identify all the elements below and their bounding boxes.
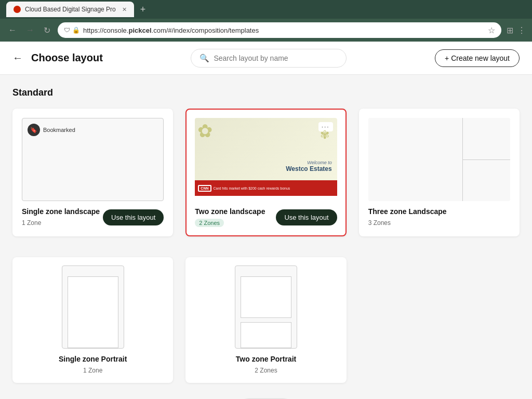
layout-info-single: Single zone landscape 1 Zone Use this la… (22, 207, 164, 227)
layout-info-two: Two zone landscape 2 Zones Use this layo… (195, 207, 337, 227)
zones-text-three: 3 Zones (368, 219, 391, 227)
layout-card-three-landscape: Three zone Landscape 3 Zones (359, 109, 520, 236)
back-button[interactable]: ← (12, 52, 23, 64)
extensions-icon[interactable]: ⊞ (507, 25, 513, 35)
layout-info-three: Three zone Landscape 3 Zones (368, 207, 510, 227)
bookmarked-text: Bookmarked (43, 127, 75, 133)
news-ticker-text: Card hits market with $200 cash rewards … (214, 187, 290, 190)
layout-card-single-landscape: 🔖 Bookmarked Single zone landscape 1 Zon… (12, 109, 173, 236)
three-zone-right-top (463, 118, 510, 160)
portrait-layouts-row: Single zone Portrait 1 Zone Two zone Por… (12, 257, 520, 383)
zones-text-single: 1 Zone (22, 219, 41, 227)
menu-icon[interactable]: ⋮ (517, 25, 526, 35)
forward-nav-button[interactable]: → (24, 23, 36, 37)
layout-preview-single: 🔖 Bookmarked (22, 118, 164, 201)
main-content: Standard 🔖 Bookmarked Single zone landsc… (0, 75, 532, 399)
layout-preview-two: ··· ✿ ✾ Welcome to Westco Estates CNN C (195, 118, 337, 201)
tab-favicon (14, 6, 21, 13)
search-bar-wrapper: 🔍 (111, 49, 427, 68)
search-icon: 🔍 (200, 54, 209, 63)
refresh-nav-button[interactable]: ↻ (42, 23, 52, 37)
search-input-wrapper[interactable]: 🔍 (191, 49, 347, 68)
layout-card-two-landscape: ··· ✿ ✾ Welcome to Westco Estates CNN C (185, 109, 346, 236)
back-nav-button[interactable]: ← (6, 23, 19, 37)
bookmark-star-icon[interactable]: ☆ (488, 25, 495, 35)
search-input[interactable] (214, 54, 338, 62)
three-zone-right (463, 118, 510, 201)
three-zone-right-bottom (463, 160, 510, 202)
portrait-placeholder (359, 257, 520, 383)
cnn-logo: CNN (198, 185, 211, 192)
portrait-zone-top (241, 276, 291, 318)
portrait-preview-two (235, 265, 297, 349)
security-icons: 🛡 🔒 (64, 26, 80, 34)
section-title: Standard (12, 87, 520, 98)
tab-close-icon[interactable]: ✕ (122, 6, 127, 13)
two-zone-top: ··· ✿ ✾ Welcome to Westco Estates (195, 118, 337, 180)
two-zone-bottom: CNN Card hits market with $200 cash rewa… (195, 180, 337, 196)
shield-icon: 🛡 (64, 26, 70, 34)
portrait-name-single: Single zone Portrait (21, 355, 165, 363)
welcome-to-text: Welcome to (286, 160, 331, 165)
tab-title: Cloud Based Digital Signage Pro (25, 6, 116, 13)
landscape-layouts-grid: 🔖 Bookmarked Single zone landscape 1 Zon… (12, 109, 520, 236)
lock-icon: 🔒 (72, 26, 80, 34)
portrait-name-two: Two zone Portrait (194, 355, 338, 363)
portrait-preview-inner-single (68, 276, 118, 348)
westco-estates-text: Westco Estates (286, 165, 331, 172)
layout-text-three: Three zone Landscape 3 Zones (368, 207, 447, 227)
layout-preview-three (368, 118, 510, 201)
use-layout-button-two[interactable]: Use this layout (276, 209, 337, 225)
address-bar: ← → ↻ 🛡 🔒 https://console.pickcel.com/#/… (0, 19, 532, 42)
portrait-zones-two: 2 Zones (255, 367, 277, 374)
layout-text-two: Two zone landscape 2 Zones (195, 207, 265, 227)
browser-tab[interactable]: Cloud Based Digital Signage Pro ✕ (6, 2, 134, 17)
bookmark-icon: 🔖 (28, 124, 40, 136)
welcome-text-block: Welcome to Westco Estates (286, 160, 331, 172)
portrait-card-single: Single zone Portrait 1 Zone (12, 257, 173, 383)
top-bar: ← Choose layout 🔍 + Create new layout (0, 42, 532, 75)
portrait-zones-single: 1 Zone (83, 367, 102, 374)
url-text: https://console.pickcel.com/#/index/comp… (83, 26, 485, 34)
new-tab-button[interactable]: + (140, 4, 146, 15)
portrait-zone-bottom (241, 322, 291, 348)
layout-name-three: Three zone Landscape (368, 207, 447, 216)
flower-decoration-2: ✾ (320, 128, 329, 142)
flower-decoration-1: ✿ (197, 121, 212, 141)
url-bar[interactable]: 🛡 🔒 https://console.pickcel.com/#/index/… (58, 22, 501, 38)
bookmarked-label-wrapper: 🔖 Bookmarked (28, 124, 75, 136)
app-content: ← Choose layout 🔍 + Create new layout St… (0, 42, 532, 399)
page-title: Choose layout (31, 52, 103, 64)
layout-name-single: Single zone landscape (22, 207, 100, 216)
layout-name-two: Two zone landscape (195, 207, 265, 216)
browser-chrome: Cloud Based Digital Signage Pro ✕ + (0, 0, 532, 19)
use-layout-button-single[interactable]: Use this layout (103, 209, 164, 225)
create-layout-button[interactable]: + Create new layout (435, 49, 520, 67)
portrait-card-two: Two zone Portrait 2 Zones (185, 257, 346, 383)
three-zone-left (368, 118, 463, 201)
portrait-preview-single (62, 265, 124, 349)
zones-badge-two: 2 Zones (195, 219, 224, 227)
browser-actions: ⊞ ⋮ (507, 25, 526, 35)
layout-text-single: Single zone landscape 1 Zone (22, 207, 100, 227)
